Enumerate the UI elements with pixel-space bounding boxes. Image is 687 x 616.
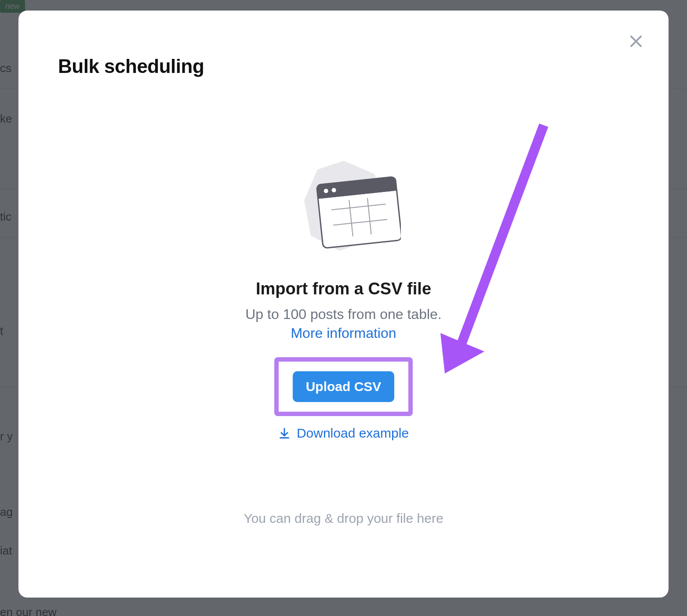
upload-csv-button[interactable]: Upload CSV bbox=[293, 371, 395, 402]
close-button[interactable] bbox=[625, 31, 647, 52]
modal-title: Bulk scheduling bbox=[58, 55, 642, 77]
download-example-link[interactable]: Download example bbox=[278, 426, 409, 441]
highlight-annotation: Upload CSV bbox=[274, 357, 413, 416]
csv-illustration bbox=[287, 156, 401, 257]
modal-body: Import from a CSV file Up to 100 posts f… bbox=[45, 156, 642, 526]
import-heading: Import from a CSV file bbox=[256, 279, 431, 298]
download-icon bbox=[278, 427, 291, 439]
download-example-label: Download example bbox=[297, 426, 409, 441]
drag-drop-hint: You can drag & drop your file here bbox=[244, 511, 443, 526]
import-subtext: Up to 100 posts from one table. bbox=[245, 306, 441, 322]
more-information-link[interactable]: More information bbox=[291, 325, 396, 341]
bulk-scheduling-modal: Bulk scheduling Import from a CSV file bbox=[18, 11, 669, 598]
close-icon bbox=[628, 33, 644, 50]
